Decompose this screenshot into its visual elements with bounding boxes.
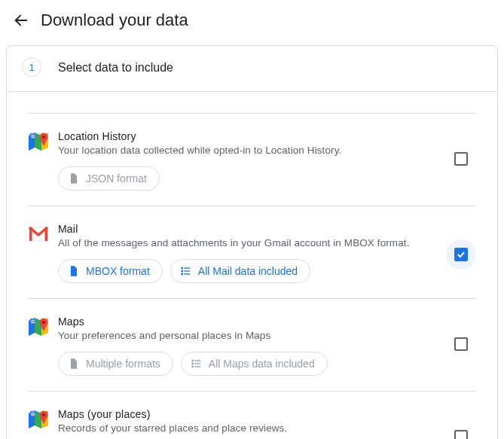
chip-label: All Maps data included [209,358,315,370]
list-icon [191,358,203,370]
checkbox-icon [454,152,468,166]
step-number: 1 [22,57,41,77]
step-title: Select data to include [58,61,173,75]
chip-label: All Mail data included [198,265,298,277]
checkbox-location-history[interactable] [446,144,476,174]
svg-point-28 [192,363,194,364]
maps-pin-icon: G [28,409,49,430]
product-title: Mail [58,223,476,235]
svg-point-39 [42,413,44,416]
step-header: 1 Select data to include [7,46,497,92]
svg-point-30 [192,366,194,367]
chip-label: Multiple formats [86,358,160,370]
page-header: Download your data [0,0,504,45]
format-chip-maps[interactable]: Multiple formats [58,352,173,376]
product-title: Maps (your places) [58,408,476,420]
file-icon [68,172,80,184]
svg-point-25 [42,321,44,323]
checkbox-checked-icon [454,248,468,261]
product-row-mail: Mail All of the messages and attachments… [28,206,476,298]
list-icon [180,265,192,277]
checkbox-icon [454,430,468,439]
checkbox-maps-places[interactable] [446,422,476,439]
product-row-maps: G Maps Your preferences and personal pla… [28,298,476,391]
svg-point-16 [182,273,183,275]
product-desc: Your location data collected while opted… [58,145,476,156]
product-desc: Records of your starred places and place… [58,422,476,434]
svg-text:G: G [32,134,35,139]
gmail-icon [28,224,49,245]
scope-chip-mail[interactable]: All Mail data included [170,259,310,283]
svg-point-14 [182,270,183,272]
file-icon [68,358,80,370]
checkbox-mail[interactable] [446,239,476,270]
product-desc: Your preferences and personal places in … [58,330,476,341]
svg-point-12 [182,267,183,269]
product-desc: All of the messages and attachments in y… [58,237,476,248]
chip-label: MBOX format [86,265,150,277]
chip-label: JSON format [86,172,147,184]
svg-rect-10 [29,227,32,241]
scope-chip-maps[interactable]: All Maps data included [181,352,328,376]
page-title: Download your data [41,11,188,30]
maps-pin-icon: G [28,131,49,152]
product-list: G Location History Your location data co… [7,113,497,439]
svg-point-26 [192,360,194,361]
arrow-left-icon [13,12,29,29]
svg-text:G: G [32,412,35,416]
format-chip-mail[interactable]: MBOX format [58,259,163,283]
svg-text:G: G [32,319,35,324]
product-row-maps-places: G Maps (your places) Records of your sta… [28,391,476,439]
product-title: Maps [58,316,476,328]
content-card: 1 Select data to include G [6,45,498,439]
svg-rect-11 [45,227,48,241]
svg-point-8 [42,136,44,138]
product-row-location-history: G Location History Your location data co… [28,113,476,206]
format-chip-location-history[interactable]: JSON format [58,166,160,191]
back-button[interactable] [12,11,30,29]
file-icon [68,265,80,277]
product-title: Location History [58,130,476,142]
maps-pin-icon: G [28,316,49,337]
checkbox-icon [454,337,468,351]
checkbox-maps[interactable] [446,329,476,359]
